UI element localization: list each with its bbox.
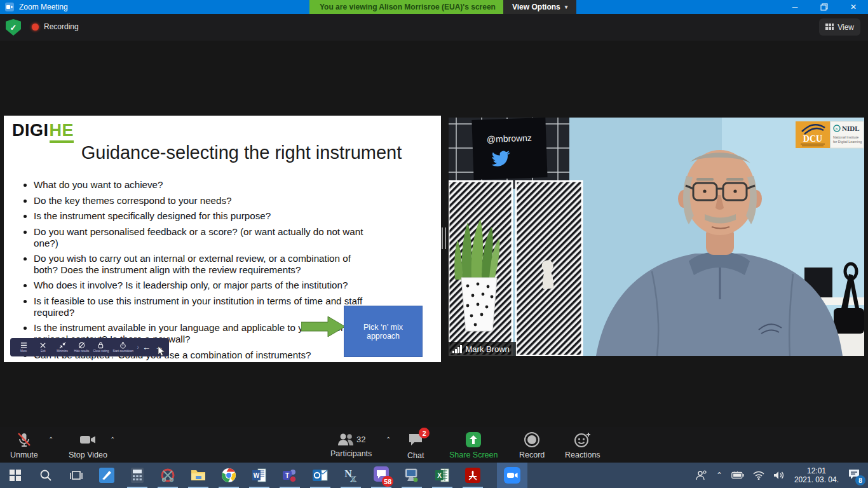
close-icon [39,342,46,349]
word-button[interactable]: W [244,463,275,488]
record-button[interactable]: Record [519,431,545,459]
task-view-icon [70,469,83,482]
presenter-hide-results-button[interactable]: Hide results [72,342,91,353]
nx-app-button[interactable]: N X [336,463,366,488]
battery-icon[interactable] [731,471,744,479]
presenter-close-voting-label: Close voting [93,349,109,353]
pick-n-mix-callout: Pick ‘n’ mix approach [344,306,423,357]
mic-muted-icon [16,431,32,448]
start-button[interactable] [0,463,31,488]
notification-badge: 8 [855,475,865,485]
video-options-chevron[interactable]: ⌃ [110,436,115,443]
presenter-minimize-label: Minimize [57,349,68,353]
unmute-label: Unmute [10,451,38,459]
taskbar-clock[interactable]: 12:01 2021. 03. 04. [794,466,839,484]
scan-app-button[interactable] [92,463,122,488]
audio-options-chevron[interactable]: ⌃ [48,436,53,443]
restore-button[interactable] [810,0,839,14]
action-center-button[interactable]: 8 [848,468,860,482]
reactions-label: Reactions [565,451,600,459]
search-icon [39,469,52,482]
chrome-button[interactable] [214,463,244,488]
previous-slide-arrow[interactable]: ← [140,342,153,352]
lock-icon [97,342,104,349]
excel-icon: X [435,468,450,483]
slide-bullet: Is the instrument specifically designed … [34,210,372,222]
remote-desktop-button[interactable] [397,463,427,488]
participants-icon [337,431,355,447]
teams-button[interactable]: T [275,463,305,488]
panel-divider-handle[interactable] [442,227,446,249]
excel-button[interactable]: X [427,463,458,488]
title-bar: Zoom Meeting You are viewing Alison Morr… [0,0,868,14]
unmute-button[interactable]: Unmute [10,431,38,459]
minimize-icon [59,342,66,349]
dcu-logo: DCU [796,121,830,148]
hidden-icons-chevron[interactable]: ⌃ [716,471,722,480]
svg-text:NIDL: NIDL [842,125,860,132]
presenter-countdown-label: Start countdown [112,349,133,353]
presenter-exit-label: Exit [41,349,46,353]
windows-logo-icon [10,470,21,481]
participants-count: 32 [356,435,365,444]
presenter-more-label: More [20,349,27,353]
svg-text:National Institute: National Institute [833,135,858,139]
close-button[interactable]: ✕ [839,0,868,14]
recording-dot-icon [32,24,39,30]
view-options-button[interactable]: View Options ▾ [503,0,576,14]
participants-options-chevron[interactable]: ⌃ [386,436,391,443]
chat-app-button[interactable]: 58 [366,463,397,488]
outlook-button[interactable] [305,463,336,488]
slide-bullet: Is it feasible to use this instrument in… [34,295,372,318]
presenter-more-button[interactable]: More [14,342,33,353]
volume-icon[interactable] [773,471,785,480]
file-explorer-button[interactable] [183,463,214,488]
reactions-button[interactable]: Reactions [565,431,600,459]
twitter-card: @mbrownz [471,118,547,180]
participants-button[interactable]: 32 Participants [330,431,372,458]
recording-label: Recording [44,22,79,31]
zoom-icon [504,467,520,484]
presenter-countdown-button[interactable]: Start countdown [111,342,135,353]
svg-text:@mbrownz: @mbrownz [487,133,532,144]
video-camera-icon [78,431,97,448]
people-tray-icon[interactable] [696,470,707,480]
view-layout-button[interactable]: View [819,18,860,36]
capture-tool-icon [160,468,175,483]
zoom-taskbar-button[interactable] [497,463,527,488]
slide-bullet: Do the key themes correspond to your nee… [34,195,372,207]
wifi-icon[interactable] [753,471,764,480]
system-tray: ⌃ 12:01 2021. 03. 04. 8 [691,463,868,488]
svg-text:for Digital Learning: for Digital Learning [833,140,862,144]
presenter-exit-button[interactable]: Exit [33,342,52,353]
eye-slash-icon [78,342,85,349]
digihe-logo: DIGI HE [12,121,74,143]
svg-text:X: X [350,474,356,483]
speaker-video-tile[interactable]: @mbrownz [449,118,864,356]
presenter-close-voting-button[interactable]: Close voting [92,342,111,353]
search-button[interactable] [31,463,61,488]
slide-title: Guidance-selecting the right instrument [42,142,441,163]
minimize-button[interactable]: ─ [780,0,810,14]
calculator-button[interactable] [122,463,153,488]
chat-button[interactable]: 2 Chat [407,431,424,460]
capture-tool-button[interactable] [153,463,183,488]
nidl-logo: b NIDL National Institute for Digital Le… [831,121,864,148]
zoom-meeting-window: Zoom Meeting You are viewing Alison Morr… [0,0,868,488]
acrobat-button[interactable] [458,463,488,488]
reactions-icon [574,431,592,448]
presenter-toolbar: More Exit Minimize Hide results Close vo… [10,338,169,356]
participant-name: Mark Brown [466,344,510,354]
stop-video-button[interactable]: Stop Video [69,431,107,459]
task-view-button[interactable] [61,463,92,488]
security-shield-icon[interactable]: ✓ [6,19,21,36]
share-screen-button[interactable]: Share Screen [449,431,498,459]
logo-digi-text: DIGI [12,121,49,140]
clock-time: 12:01 [794,466,839,475]
presenter-minimize-button[interactable]: Minimize [53,342,72,353]
acrobat-icon [465,468,480,483]
green-arrow-icon [301,316,346,337]
slide-bullet: What do you want to achieve? [34,179,372,191]
calculator-icon [131,468,144,483]
record-icon [524,431,540,448]
